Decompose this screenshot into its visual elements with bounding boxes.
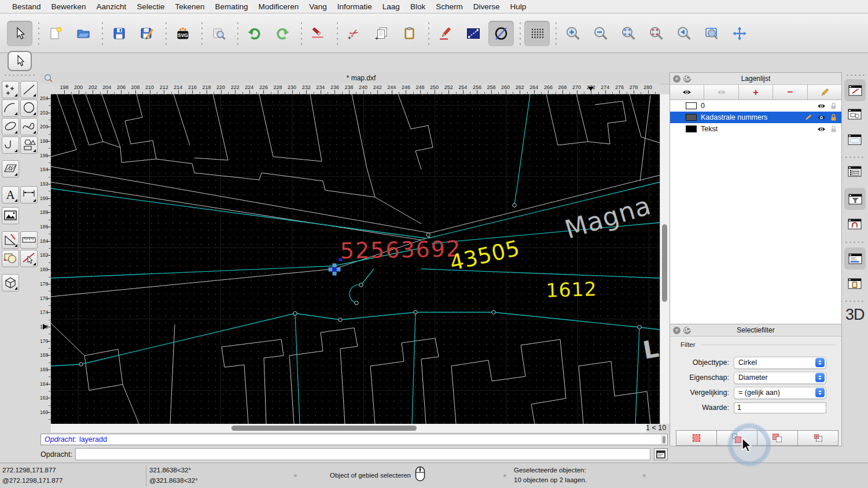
menu-hulp[interactable]: Hulp bbox=[505, 2, 531, 11]
vertical-scrollbar[interactable] bbox=[660, 94, 670, 424]
delete-button[interactable] bbox=[306, 21, 331, 46]
palette-select-tool[interactable] bbox=[8, 51, 32, 71]
undo-button[interactable] bbox=[242, 21, 267, 46]
layer-color-swatch[interactable] bbox=[686, 102, 697, 109]
circle-attributes-button[interactable] bbox=[488, 21, 514, 46]
layer-visible-icon[interactable] bbox=[817, 126, 826, 132]
layer-row[interactable]: 0 bbox=[670, 100, 841, 112]
drawing-canvas[interactable]: 52563692435051612Magna AL bbox=[51, 94, 660, 424]
history-scrollbar[interactable] bbox=[661, 435, 667, 444]
horizontal-scrollbar[interactable] bbox=[51, 424, 647, 432]
box3d-tool[interactable] bbox=[2, 274, 19, 291]
save-as-button[interactable] bbox=[134, 21, 160, 46]
layers-panel-header[interactable]: × Lagenlijst bbox=[670, 73, 841, 85]
vergelijking-select[interactable]: = (gelijk aan) bbox=[734, 387, 826, 399]
menu-informatie[interactable]: Informatie bbox=[332, 2, 377, 11]
draw-attributes-button[interactable] bbox=[433, 21, 458, 46]
zoom-fit-button[interactable] bbox=[616, 21, 641, 46]
save-file-button[interactable] bbox=[106, 21, 132, 46]
command-input[interactable] bbox=[75, 448, 650, 460]
cut-button[interactable]: ✂+ bbox=[341, 21, 367, 46]
menu-laag[interactable]: Laag bbox=[377, 2, 405, 11]
zoom-window-button[interactable] bbox=[699, 21, 724, 46]
grid-toggle-button[interactable] bbox=[524, 21, 550, 46]
strip-handle[interactable] bbox=[845, 74, 865, 76]
open-file-button[interactable] bbox=[71, 21, 96, 46]
document-window-titlebar[interactable]: * map.dxf bbox=[39, 72, 670, 84]
layer-lock-icon[interactable] bbox=[830, 125, 837, 132]
objecttype-select[interactable]: Cirkel bbox=[734, 357, 826, 369]
menu-aanzicht[interactable]: Aanzicht bbox=[91, 2, 132, 11]
image-tool[interactable] bbox=[2, 207, 19, 224]
export-svg-button[interactable]: SVG bbox=[170, 21, 196, 46]
drafting-tool[interactable] bbox=[2, 231, 19, 249]
trim-tool[interactable] bbox=[20, 250, 38, 267]
polygon-tool[interactable] bbox=[20, 136, 38, 154]
menu-bewerken[interactable]: Bewerken bbox=[46, 2, 91, 11]
measure-tool[interactable] bbox=[20, 231, 38, 249]
layer-color-swatch[interactable] bbox=[686, 125, 697, 132]
layer-visible-icon[interactable] bbox=[817, 114, 826, 121]
vertical-scrollbar-thumb[interactable] bbox=[662, 224, 667, 302]
menu-blok[interactable]: Blok bbox=[405, 2, 431, 11]
boolean-tool[interactable] bbox=[2, 250, 19, 267]
collapse-icon[interactable] bbox=[683, 75, 691, 83]
layer-row[interactable]: Tekst bbox=[670, 123, 841, 135]
points-tool[interactable] bbox=[2, 81, 19, 98]
new-file-button[interactable] bbox=[43, 21, 68, 46]
command-window-button[interactable] bbox=[654, 448, 668, 460]
redo-button[interactable] bbox=[270, 21, 295, 46]
ellipse-tool[interactable] bbox=[2, 118, 19, 135]
layer-lock-icon[interactable] bbox=[830, 102, 837, 109]
clipboard-palette-button[interactable] bbox=[846, 275, 863, 291]
spline-tool[interactable] bbox=[20, 118, 38, 135]
close-icon[interactable]: × bbox=[673, 75, 681, 83]
add-layer-button[interactable]: + bbox=[739, 85, 773, 99]
circle-tool[interactable] bbox=[20, 99, 38, 117]
layer-visible-icon[interactable] bbox=[817, 103, 826, 109]
copy-button[interactable]: + bbox=[369, 21, 395, 46]
horizontal-scrollbar-thumb[interactable] bbox=[231, 426, 417, 431]
menu-tekenen[interactable]: Tekenen bbox=[170, 2, 209, 11]
history-scrollbar-thumb[interactable] bbox=[663, 436, 665, 443]
zoom-in-button[interactable] bbox=[560, 21, 586, 46]
pan-button[interactable] bbox=[727, 21, 752, 46]
layer-row-selected[interactable]: Kadastrale nummers bbox=[670, 112, 841, 123]
show-all-layers-button[interactable] bbox=[670, 85, 704, 99]
hatch-tool[interactable] bbox=[2, 160, 19, 178]
layer-list-palette-button[interactable] bbox=[846, 163, 863, 179]
close-icon[interactable]: × bbox=[673, 327, 681, 334]
menu-modificeren[interactable]: Modificeren bbox=[253, 2, 304, 11]
selection-filter-palette-button[interactable] bbox=[844, 188, 866, 210]
zoom-out-button[interactable] bbox=[588, 21, 613, 46]
line-tool[interactable] bbox=[20, 81, 38, 98]
intersect-selection-button[interactable] bbox=[798, 431, 838, 445]
menu-bemating[interactable]: Bemating bbox=[209, 2, 253, 11]
zoom-selection-button[interactable] bbox=[643, 21, 669, 46]
layer-edit-icon[interactable] bbox=[804, 114, 812, 121]
filter-panel-header[interactable]: × Selectiefilter bbox=[670, 324, 841, 337]
text-tool[interactable]: A bbox=[2, 186, 19, 204]
select-new-button[interactable] bbox=[676, 431, 717, 445]
remove-layer-button[interactable]: − bbox=[773, 85, 807, 99]
menu-scherm[interactable]: Scherm bbox=[431, 2, 468, 11]
collapse-icon[interactable] bbox=[683, 327, 691, 334]
3d-palette-button[interactable]: 3D bbox=[845, 306, 865, 324]
menu-selectie[interactable]: Selectie bbox=[131, 2, 170, 11]
palette-handle[interactable] bbox=[3, 74, 36, 76]
pen-palette-button[interactable] bbox=[844, 79, 866, 101]
menu-bestand[interactable]: Bestand bbox=[7, 2, 46, 11]
waarde-input[interactable] bbox=[734, 402, 826, 413]
dimension-tool[interactable] bbox=[20, 186, 38, 204]
arc-tool[interactable] bbox=[2, 99, 19, 117]
select-tool-button[interactable] bbox=[7, 21, 32, 46]
menu-vang[interactable]: Vang bbox=[304, 2, 332, 11]
eigenschap-select[interactable]: Diameter bbox=[734, 372, 826, 384]
zoom-previous-button[interactable] bbox=[671, 21, 697, 46]
layer-color-swatch[interactable] bbox=[686, 114, 697, 121]
command-palette-button[interactable] bbox=[844, 247, 866, 269]
print-preview-button[interactable] bbox=[206, 21, 231, 46]
polyline-tool[interactable] bbox=[2, 136, 19, 154]
line-attributes-button[interactable] bbox=[461, 21, 486, 46]
layer-lock-icon[interactable] bbox=[830, 114, 837, 121]
